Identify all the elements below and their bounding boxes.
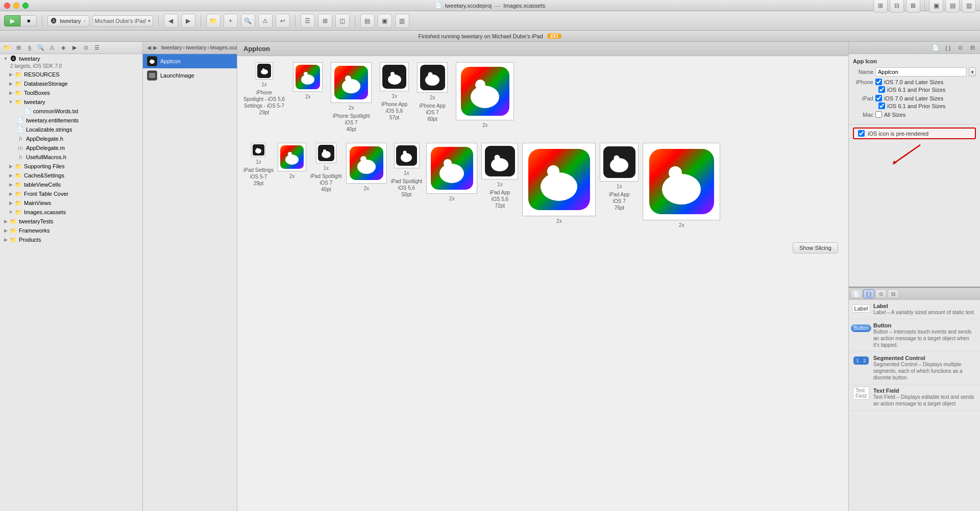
nav-forward-btn[interactable]: ▶ [181, 14, 195, 28]
toolbar-panel-bottom[interactable]: ▣ [378, 14, 392, 28]
ipad-icon-box-4[interactable] [346, 143, 387, 184]
tree-entitlements[interactable]: 📄 tweetary.entitlements [0, 116, 142, 125]
titlebar-file: Images.xcassets [503, 3, 545, 9]
nav-warning-btn[interactable]: ⚠ [47, 43, 57, 53]
nav-search-btn[interactable]: 🔍 [36, 43, 46, 53]
obj-lib-tab-4[interactable]: ⊟ [888, 289, 899, 298]
ipad-icon-box-9[interactable] [600, 143, 639, 182]
toolbar-add-btn[interactable]: + [224, 14, 238, 28]
tree-usefullmacros[interactable]: h UsefullMacros.h [0, 152, 142, 162]
mac-section: Mac All Sizes [853, 111, 976, 118]
tree-frameworks[interactable]: ▶ 📁 Frameworks [0, 226, 142, 235]
right-panel-size-btn[interactable]: ⊟ [967, 43, 978, 53]
iphone-ios7-later-cb[interactable] [875, 79, 882, 85]
layout-btn-3[interactable]: ▥ [962, 0, 976, 13]
nav-back-btn[interactable]: ◀ [164, 14, 178, 28]
toolbar-panel-left[interactable]: ▤ [360, 14, 375, 28]
maximize-button[interactable] [22, 3, 29, 9]
tree-front-table-cover[interactable]: ▶ 📁 Front Table Cover [0, 189, 142, 198]
show-slicing-button[interactable]: Show Slicing [793, 242, 838, 253]
icon-box-6[interactable] [456, 62, 514, 120]
nav-breakpoint-btn[interactable]: ⊙ [81, 43, 91, 53]
name-input[interactable] [875, 67, 967, 76]
asset-item-applcon[interactable]: Applcon [143, 54, 237, 68]
obj-item-segmented[interactable]: 1 2 Segmented Control Segmented Control … [849, 352, 980, 385]
toolbar-panel-right[interactable]: ▥ [395, 14, 409, 28]
ipad-icon-box-8[interactable] [522, 143, 596, 216]
nav-debug-btn[interactable]: ▶ [69, 43, 80, 53]
ipad-icon-box-5[interactable] [394, 143, 420, 168]
name-dropdown-btn[interactable]: ▾ [969, 67, 976, 76]
toolbar-file-btn[interactable]: 📁 [206, 14, 220, 28]
obj-item-label[interactable]: Label Label Label – A variably sized amo… [849, 300, 980, 319]
toolbar-search-btn[interactable]: 🔍 [241, 14, 255, 28]
editor-btn-3[interactable]: ⊠ [906, 0, 920, 13]
right-panel-connect-btn[interactable]: ⊙ [954, 43, 966, 53]
obj-lib-tab-2[interactable]: { } [863, 289, 874, 298]
ipad-icon-box-1[interactable] [251, 143, 265, 157]
ipad-icon-box-6[interactable] [426, 143, 477, 194]
obj-lib-tab-1[interactable]: 📄 [851, 289, 862, 298]
ipad-icon-box-10[interactable] [643, 143, 720, 220]
tree-mainviews[interactable]: ▶ 📁 MainViews [0, 198, 142, 208]
asset-list-nav-prev[interactable]: ◀ [147, 45, 151, 50]
prerendered-checkbox[interactable] [858, 130, 865, 137]
toolbar-hierarchy-btn[interactable]: ⊞ [318, 14, 332, 28]
ipad-ios61-prior-cb[interactable] [878, 103, 885, 109]
icon-box-5[interactable] [417, 62, 448, 93]
toolbar-compare-btn[interactable]: ◫ [335, 14, 350, 28]
editor-btn-2[interactable]: ⊟ [890, 0, 904, 13]
layout-btn-1[interactable]: ▣ [929, 0, 943, 13]
nav-test-btn[interactable]: ◈ [58, 43, 68, 53]
nav-source-btn[interactable]: ⊞ [13, 43, 23, 53]
obj-item-button[interactable]: Button Button Button – Intercepts touch … [849, 319, 980, 352]
minimize-button[interactable] [13, 3, 19, 9]
tree-project-root[interactable]: ▼ 🅐 tweetary [0, 54, 142, 63]
tree-products[interactable]: ▶ 📁 Products [0, 235, 142, 244]
ipad-icon-box-2[interactable] [278, 143, 306, 171]
tree-commonwords[interactable]: 📄 commonWords.txt [0, 107, 142, 116]
tree-appdelegate-m[interactable]: m AppDelegate.m [0, 143, 142, 152]
tree-tableviewcells[interactable]: ▶ 📁 tableViewCells [0, 180, 142, 189]
icon-box-3[interactable] [331, 62, 372, 103]
toolbar-list-btn[interactable]: ☰ [301, 14, 315, 28]
tree-images-xcassets[interactable]: ▼ 📁 Images.xcassets [0, 208, 142, 217]
nav-report-btn[interactable]: ☰ [92, 43, 102, 53]
prerendered-box: iOS icon is pre-rendered [853, 127, 976, 139]
tree-toolboxes[interactable]: ▶ 📁 ToolBoxes [0, 88, 142, 97]
toolbar-breakpoint-btn[interactable]: ↩ [276, 14, 290, 28]
tree-databasestorage[interactable]: ▶ 📁 DatabaseStorage [0, 79, 142, 88]
run-button[interactable]: ▶ [4, 15, 20, 27]
nav-symbol-btn[interactable]: § [24, 43, 35, 53]
tree-tweetary-folder[interactable]: ▼ 📁 tweetary [0, 97, 142, 107]
tree-supporting-files[interactable]: ▶ 📁 Supporting Files [0, 162, 142, 171]
tree-localizable[interactable]: 📄 Localizable.strings [0, 125, 142, 134]
icon-box-1[interactable] [256, 62, 273, 80]
obj-item-textfield[interactable]: Text Field Text Field Text Field – Displ… [849, 385, 980, 411]
ipad-icon-box-3[interactable] [316, 143, 336, 163]
obj-lib-tab-3[interactable]: ⊙ [875, 289, 887, 298]
stop-button[interactable]: ■ [20, 15, 37, 27]
close-button[interactable] [4, 3, 10, 9]
editor-btn-1[interactable]: ⊞ [873, 0, 888, 13]
tree-cache-settings[interactable]: ▶ 📁 Cache&Settings [0, 171, 142, 180]
device-selector[interactable]: Michael Dube's iPad ▾ [92, 15, 153, 27]
asset-list-nav-next[interactable]: ▶ [153, 45, 157, 50]
nav-folder-btn[interactable]: 📁 [2, 43, 12, 53]
right-panel-attr-btn[interactable]: { } [942, 43, 953, 53]
layout-btn-2[interactable]: ▤ [945, 0, 960, 13]
toolbar-warning-btn[interactable]: ⚠ [258, 14, 273, 28]
icon-box-2[interactable] [293, 62, 323, 92]
mac-all-sizes-cb[interactable] [875, 111, 882, 118]
asset-item-launchimage[interactable]: LaunchImage [143, 68, 237, 83]
icon-placeholder-color-2 [334, 66, 368, 99]
right-panel-file-btn[interactable]: 📄 [930, 43, 941, 53]
ipad-ios7-later-cb[interactable] [875, 95, 882, 101]
iphone-ios61-prior-cb[interactable] [878, 86, 885, 93]
scheme-selector[interactable]: 🅐 tweetary › [47, 15, 89, 27]
tree-resources[interactable]: ▶ 📁 RESOURCES [0, 70, 142, 79]
tree-tweetary-tests[interactable]: ▶ 📁 tweetaryTests [0, 217, 142, 226]
ipad-icon-box-7[interactable] [481, 143, 518, 180]
tree-appdelegate-h[interactable]: h AppDelegate.h [0, 134, 142, 143]
icon-box-4[interactable] [380, 62, 409, 91]
